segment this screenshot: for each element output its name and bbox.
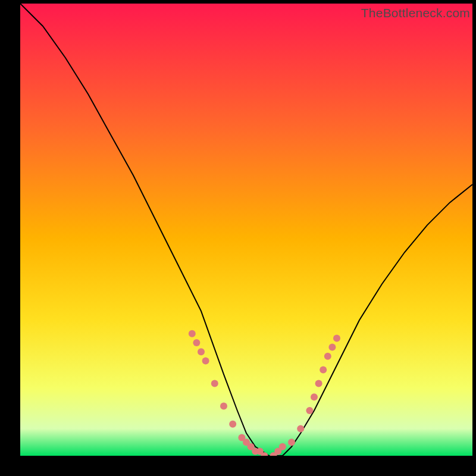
curve-dot — [202, 357, 209, 364]
curve-dot — [220, 402, 227, 409]
curve-dot — [198, 348, 205, 355]
curve-dot — [306, 407, 313, 414]
curve-dot — [211, 380, 218, 387]
curve-dot — [297, 425, 304, 432]
curve-dot — [274, 447, 281, 455]
curve-dot — [229, 421, 236, 428]
curve-dot — [320, 367, 327, 374]
curve-dot — [315, 380, 322, 387]
curve-dot — [189, 330, 196, 337]
curve-dot — [324, 353, 331, 360]
curve-dot — [243, 439, 250, 446]
curve-dot — [311, 393, 318, 400]
plot-area — [20, 4, 472, 456]
gradient-background — [20, 4, 472, 456]
curve-dot — [333, 334, 340, 342]
watermark-text: TheBottleneck.com — [361, 6, 470, 20]
curve-dot — [328, 344, 336, 351]
bottleneck-chart — [20, 4, 472, 456]
curve-dot — [288, 439, 295, 446]
chart-container: TheBottleneck.com — [0, 0, 476, 476]
curve-dot — [252, 447, 259, 455]
curve-dot — [193, 339, 200, 346]
